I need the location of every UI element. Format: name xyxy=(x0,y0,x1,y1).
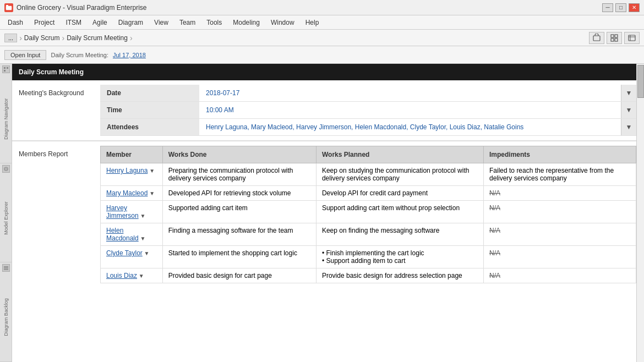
scrollbar-thumb[interactable] xyxy=(637,65,644,98)
works-planned-cell: Keep on finding the messaging software xyxy=(316,223,483,246)
app-title: Online Grocery - Visual Paradigm Enterpr… xyxy=(17,4,147,12)
impediments-cell: Failed to reach the representative from … xyxy=(484,163,636,186)
open-input-button[interactable]: Open Input xyxy=(4,50,46,60)
table-row: Henry Laguna ▼Preparing the communicatio… xyxy=(101,163,636,186)
member-name-link[interactable]: Henry Laguna xyxy=(106,167,148,174)
nav-icon-diagram[interactable] xyxy=(2,65,10,73)
nav-section-diagram-navigator: Diagram Navigator xyxy=(0,64,12,163)
meetings-background-label: Meeting's Background xyxy=(12,85,100,136)
meetings-background-section: Meeting's Background Date 2018-07-17 ▼ T… xyxy=(12,80,636,141)
na-text: N/A xyxy=(489,204,500,212)
maximize-button[interactable]: □ xyxy=(615,3,626,12)
member-expand-icon[interactable]: ▼ xyxy=(137,273,144,279)
svg-rect-10 xyxy=(4,67,6,69)
svg-rect-7 xyxy=(629,35,635,41)
section-header: Daily Scrum Meeting xyxy=(12,64,636,80)
impediments-cell: N/A xyxy=(484,268,636,283)
na-text: N/A xyxy=(489,227,500,234)
breadcrumb-btn-3[interactable] xyxy=(624,32,640,44)
attendees-toggle[interactable]: ▼ xyxy=(621,119,636,135)
content-area: Daily Scrum Meeting Meeting's Background… xyxy=(12,64,636,362)
col-member: Member xyxy=(101,146,163,163)
attendees-label: Attendees xyxy=(100,119,199,135)
menu-project[interactable]: Project xyxy=(29,17,60,28)
minimize-button[interactable]: ─ xyxy=(602,3,613,12)
nav-icon-backlog[interactable] xyxy=(2,264,10,272)
breadcrumb-btn-2[interactable] xyxy=(607,32,622,44)
menu-team[interactable]: Team xyxy=(174,17,201,28)
time-value: 10:00 AM xyxy=(199,102,621,118)
member-name-link[interactable]: Clyde Taylor xyxy=(106,249,143,257)
nav-icon-row-1 xyxy=(0,64,12,75)
member-name-link[interactable]: Louis Diaz xyxy=(106,272,137,279)
member-expand-icon[interactable]: ▼ xyxy=(139,213,146,219)
attendees-field-row: Attendees Henry Laguna, Mary Macleod, Ha… xyxy=(100,119,636,136)
works-done-cell: Finding a messaging software for the tea… xyxy=(162,223,316,246)
works-done-cell: Preparing the communication protocol wit… xyxy=(162,163,316,186)
member-expand-icon[interactable]: ▼ xyxy=(143,250,150,256)
members-table-wrap: Member Works Done Works Planned Impedime… xyxy=(100,146,636,283)
time-toggle[interactable]: ▼ xyxy=(621,102,636,118)
menu-help[interactable]: Help xyxy=(300,17,325,28)
impediments-cell: N/A xyxy=(484,201,636,223)
close-button[interactable]: ✕ xyxy=(629,3,640,12)
works-planned-cell: Keep on studying the communication proto… xyxy=(316,163,483,186)
menu-tools[interactable]: Tools xyxy=(201,17,227,28)
date-field-row: Date 2018-07-17 ▼ xyxy=(100,85,636,102)
svg-rect-12 xyxy=(4,70,6,72)
date-toggle[interactable]: ▼ xyxy=(621,85,636,101)
menu-window[interactable]: Window xyxy=(265,17,300,28)
col-works-planned: Works Planned xyxy=(316,146,483,163)
menu-diagram[interactable]: Diagram xyxy=(113,17,149,28)
menu-view[interactable]: View xyxy=(149,17,174,28)
svg-rect-4 xyxy=(615,35,618,37)
svg-rect-5 xyxy=(611,39,614,41)
title-bar-left: Online Grocery - Visual Paradigm Enterpr… xyxy=(4,3,147,12)
nav-icon-model[interactable] xyxy=(2,165,10,173)
breadcrumb-arrow-2: › xyxy=(62,34,65,42)
works-done-cell: Developed API for retrieving stock volum… xyxy=(162,186,316,201)
na-text: N/A xyxy=(489,272,500,279)
svg-rect-16 xyxy=(4,268,8,269)
vertical-scrollbar[interactable] xyxy=(636,64,644,362)
breadcrumb-bar: ... › Daily Scrum › Daily Scrum Meeting … xyxy=(0,30,644,46)
member-name-link[interactable]: Mary Macleod xyxy=(106,189,148,197)
member-cell: Harvey Jimmerson ▼ xyxy=(101,201,163,223)
breadcrumb-dots[interactable]: ... xyxy=(4,34,17,42)
breadcrumb-daily-scrum[interactable]: Daily Scrum xyxy=(24,34,60,42)
table-row: Louis Diaz ▼Provided basic design for ca… xyxy=(101,268,636,283)
members-report-label: Members Report xyxy=(12,146,100,283)
member-name-link[interactable]: Helen Macdonald xyxy=(106,227,139,242)
member-cell: Henry Laguna ▼ xyxy=(101,163,163,186)
member-name-link[interactable]: Harvey Jimmerson xyxy=(106,204,139,220)
member-expand-icon[interactable]: ▼ xyxy=(148,190,155,196)
meeting-date[interactable]: Jul 17, 2018 xyxy=(113,52,146,58)
member-cell: Helen Macdonald ▼ xyxy=(101,223,163,246)
member-expand-icon[interactable]: ▼ xyxy=(148,168,155,174)
breadcrumb-btn-1[interactable] xyxy=(589,32,604,44)
app-icon xyxy=(4,3,13,12)
breadcrumb-arrow-3: › xyxy=(130,34,133,42)
section-title: Daily Scrum Meeting xyxy=(19,68,84,76)
member-expand-icon[interactable]: ▼ xyxy=(139,235,146,242)
daily-scrum-label: Daily Scrum Meeting: xyxy=(51,52,108,58)
works-done-cell: Provided basic design for cart page xyxy=(162,268,316,283)
members-table: Member Works Done Works Planned Impedime… xyxy=(100,146,636,283)
col-works-done: Works Done xyxy=(162,146,316,163)
menu-dash[interactable]: Dash xyxy=(2,17,29,28)
menu-itsm[interactable]: ITSM xyxy=(60,17,87,28)
na-text: N/A xyxy=(489,189,500,197)
breadcrumb-daily-scrum-meeting[interactable]: Daily Scrum Meeting xyxy=(67,34,128,42)
menu-modeling[interactable]: Modeling xyxy=(227,17,265,28)
nav-label-diagram: Diagram Navigator xyxy=(2,75,10,163)
window-controls: ─ □ ✕ xyxy=(602,3,640,12)
member-cell: Louis Diaz ▼ xyxy=(101,268,163,283)
svg-rect-1 xyxy=(6,5,8,7)
member-cell: Clyde Taylor ▼ xyxy=(101,246,163,268)
nav-label-model: Model Explorer xyxy=(2,174,10,262)
nav-icon-row-3 xyxy=(0,262,12,273)
time-field-row: Time 10:00 AM ▼ xyxy=(100,102,636,119)
menu-agile[interactable]: Agile xyxy=(87,17,113,28)
svg-rect-15 xyxy=(4,266,8,267)
menu-bar: Dash Project ITSM Agile Diagram View Tea… xyxy=(0,15,644,30)
